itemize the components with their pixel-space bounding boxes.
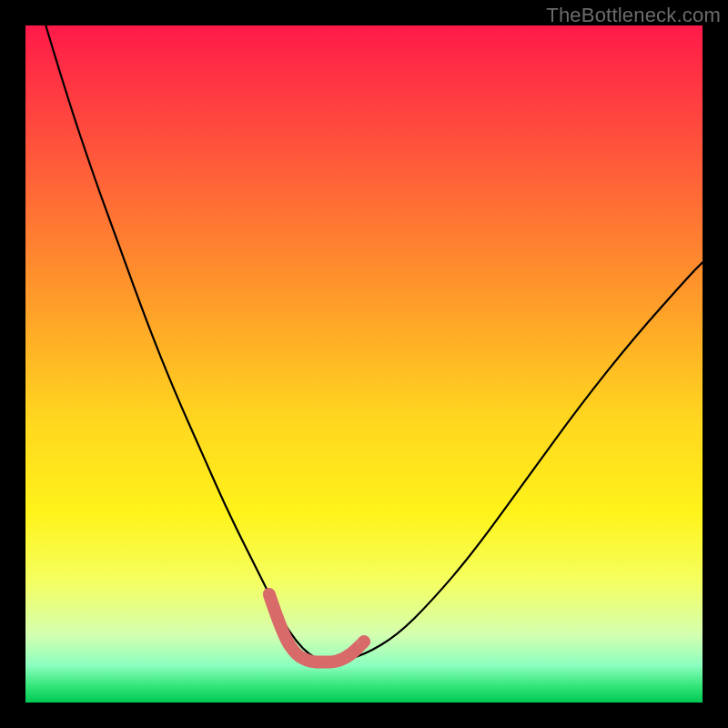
chart-svg: [25, 25, 703, 703]
chart-frame: TheBottleneck.com: [0, 0, 728, 728]
chart-background: [25, 25, 703, 703]
watermark-text: TheBottleneck.com: [546, 4, 721, 27]
plot-area: [25, 25, 703, 703]
